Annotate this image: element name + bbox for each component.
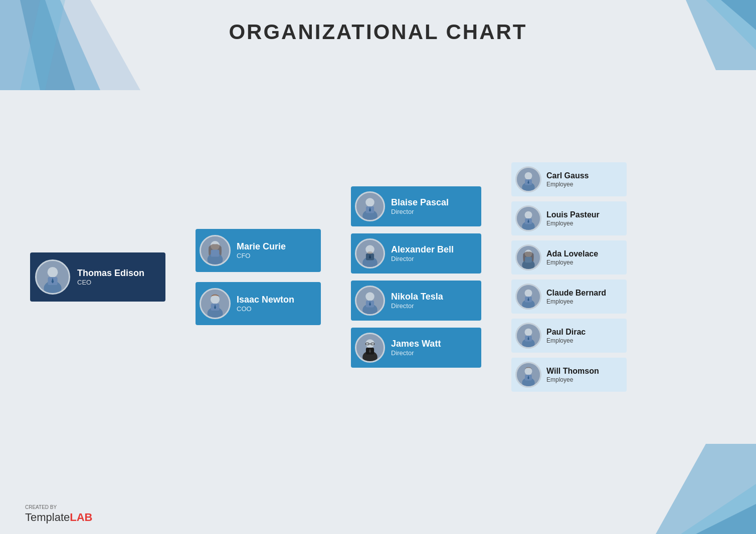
chart-wrapper: Thomas Edison CEO [20, 60, 736, 494]
emp-dirac: Paul Dirac Employee [511, 319, 627, 353]
coo-name: Isaac Newton [237, 295, 294, 306]
pasteur-name: Louis Pasteur [546, 210, 600, 219]
bernard-avatar [515, 284, 541, 310]
svg-point-58 [365, 292, 374, 301]
tesla-text: Nikola Tesla Director [391, 292, 443, 310]
svg-point-95 [525, 368, 532, 375]
svg-point-90 [525, 329, 532, 336]
svg-point-71 [525, 172, 532, 180]
footer-content: CREATED BY TemplateLAB [25, 505, 93, 524]
page-title: ORGANIZATIONAL CHART [0, 20, 756, 44]
cfo-role: CFO [237, 252, 286, 259]
footer-logo: TemplateLAB [25, 511, 93, 523]
emp-lovelace: Ada Lovelace Employee [511, 240, 627, 275]
footer: CREATED BY TemplateLAB [25, 505, 93, 524]
gauss-role: Employee [546, 181, 589, 188]
bell-text: Alexander Bell Director [391, 244, 454, 263]
gauss-name: Carl Gauss [546, 171, 589, 180]
cfo-name: Marie Curie [237, 241, 286, 252]
pascal-role: Director [391, 208, 449, 215]
ceo-card: Thomas Edison CEO [30, 252, 165, 302]
dirac-role: Employee [546, 337, 586, 344]
lovelace-name: Ada Lovelace [546, 249, 598, 258]
tesla-role: Director [391, 302, 443, 310]
ceo-avatar [35, 259, 70, 295]
thomson-name: Will Thomson [546, 366, 599, 376]
coo-avatar [200, 288, 231, 319]
bernard-role: Employee [546, 298, 606, 305]
emp-bernard: Claude Bernard Employee [511, 280, 627, 314]
tesla-name: Nikola Tesla [391, 292, 443, 303]
gauss-text: Carl Gauss Employee [546, 171, 589, 187]
emp-gauss: Carl Gauss Employee [511, 162, 627, 196]
ceo-text: Thomas Edison CEO [77, 268, 144, 287]
svg-point-85 [525, 290, 532, 297]
pasteur-text: Louis Pasteur Employee [546, 210, 600, 226]
ceo-role: CEO [77, 279, 144, 286]
bernard-text: Claude Bernard Employee [546, 288, 606, 305]
ceo-name: Thomas Edison [77, 268, 144, 279]
svg-point-42 [211, 295, 220, 304]
bell-role: Director [391, 255, 454, 262]
l2-card-coo: Isaac Newton COO [196, 282, 321, 325]
cfo-text: Marie Curie CFO [237, 241, 286, 260]
svg-rect-83 [525, 257, 532, 263]
pascal-name: Blaise Pascal [391, 197, 449, 208]
emp-pasteur: Louis Pasteur Employee [511, 201, 627, 235]
director-watt: James Watt Director [351, 328, 481, 368]
watt-text: James Watt Director [391, 339, 441, 357]
thomson-role: Employee [546, 376, 599, 383]
svg-marker-9 [696, 504, 756, 534]
thomson-avatar [515, 362, 541, 388]
ceo-column: Thomas Edison CEO [30, 252, 165, 302]
footer-brand-bold: LAB [70, 511, 92, 523]
bell-name: Alexander Bell [391, 244, 454, 255]
dirac-text: Paul Dirac Employee [546, 327, 586, 344]
pasteur-role: Employee [546, 220, 600, 227]
director-bell: Alexander Bell Director [351, 233, 481, 274]
directors-column: Blaise Pascal Director [351, 186, 481, 368]
pasteur-avatar [515, 205, 541, 231]
cfo-avatar [200, 235, 231, 266]
coo-text: Isaac Newton COO [237, 295, 294, 313]
svg-point-76 [525, 211, 532, 219]
footer-created-by: CREATED BY [25, 505, 93, 510]
watt-name: James Watt [391, 339, 441, 350]
gauss-avatar [515, 166, 541, 192]
director-tesla: Nikola Tesla Director [351, 281, 481, 321]
svg-point-56 [367, 251, 373, 254]
emp-thomson: Will Thomson Employee [511, 358, 627, 392]
chart-area: Thomas Edison CEO [20, 60, 736, 494]
director-pascal: Blaise Pascal Director [351, 186, 481, 226]
dirac-avatar [515, 323, 541, 349]
dirac-name: Paul Dirac [546, 327, 586, 337]
lovelace-role: Employee [546, 259, 598, 266]
svg-point-47 [365, 198, 374, 207]
svg-point-63 [365, 339, 374, 348]
watt-role: Director [391, 349, 441, 357]
lovelace-text: Ada Lovelace Employee [546, 249, 598, 265]
footer-brand-light: Template [25, 511, 70, 523]
svg-rect-40 [211, 250, 220, 257]
l2-card-cfo: Marie Curie CFO [196, 229, 321, 272]
coo-role: COO [237, 305, 294, 313]
watt-avatar [355, 333, 385, 363]
svg-point-33 [48, 267, 58, 278]
pascal-text: Blaise Pascal Director [391, 197, 449, 216]
l2-column: Marie Curie CFO [196, 229, 321, 325]
bell-avatar [355, 238, 385, 269]
tesla-avatar [355, 286, 385, 316]
bernard-name: Claude Bernard [546, 288, 606, 298]
employees-column: Carl Gauss Employee Louis Pasteur [511, 162, 627, 392]
thomson-text: Will Thomson Employee [546, 366, 599, 383]
lovelace-avatar [515, 244, 541, 271]
pascal-avatar [355, 191, 385, 221]
